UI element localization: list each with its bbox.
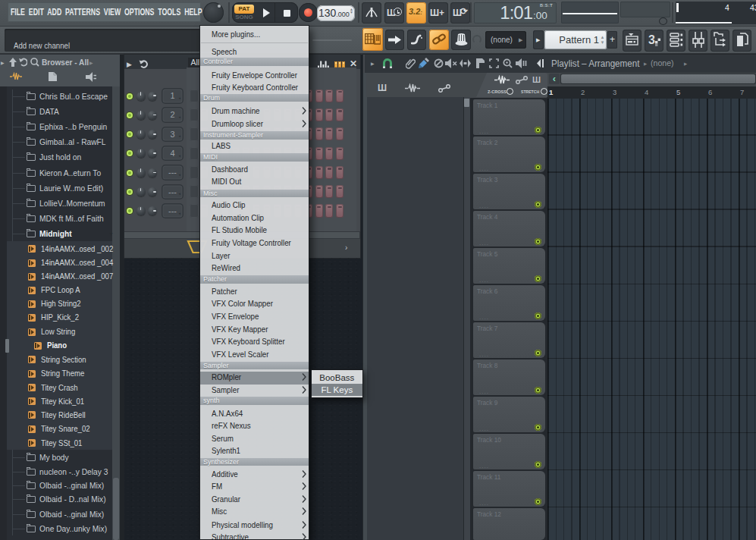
svg-text:3: 3 <box>648 33 655 46</box>
